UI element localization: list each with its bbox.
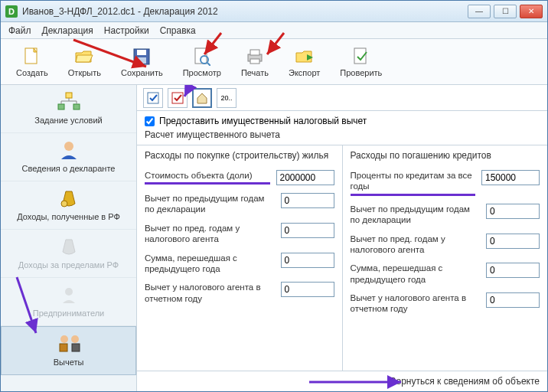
entrepreneur-icon — [57, 284, 81, 305]
export-label: Экспорт — [289, 68, 320, 77]
sidebar-item-declarant[interactable]: Сведения о декларанте — [1, 133, 136, 181]
app-icon: D — [5, 5, 18, 18]
svg-point-23 — [65, 288, 73, 296]
person-icon — [57, 139, 81, 161]
tab-strip: 20.. — [137, 85, 547, 111]
open-button[interactable]: Открыть — [68, 47, 101, 77]
sidebar-income-abroad-label: Доходы за пределами РФ — [18, 260, 119, 270]
right-column: Расходы по погашению кредитов Проценты п… — [342, 145, 548, 371]
check-button[interactable]: Проверить — [340, 47, 382, 77]
window-title: Иванов_3-НДФЛ_2012.dc1 - Декларация 2012 — [22, 6, 218, 17]
export-button[interactable]: Экспорт — [289, 47, 320, 77]
footer: Вернуться к сведениям об объекте — [137, 371, 547, 391]
money-bag-faded-icon — [57, 236, 81, 257]
minimize-button[interactable]: — — [468, 5, 491, 18]
svg-rect-2 — [137, 50, 146, 55]
menubar: Файл Декларация Настройки Справка — [1, 22, 547, 39]
svg-point-26 — [60, 335, 68, 343]
svg-rect-15 — [58, 104, 64, 109]
money-bag-icon — [57, 188, 81, 209]
preview-label: Просмотр — [183, 68, 221, 77]
main-panel: 20.. Предоставить имущественный налоговы… — [137, 85, 547, 391]
agent-report-year-label-l: Вычет у налогового агента в отчетном год… — [145, 282, 275, 304]
tab-20-label: 20.. — [220, 94, 232, 102]
svg-rect-29 — [148, 93, 158, 103]
svg-rect-25 — [72, 344, 80, 351]
prev-years-agent-label-l: Вычет по пред. годам у налогового агента — [145, 223, 275, 245]
svg-rect-30 — [172, 93, 183, 103]
svg-rect-24 — [60, 344, 67, 351]
sidebar-item-deductions[interactable]: Вычеты — [1, 326, 136, 375]
prev-years-decl-input-r[interactable] — [486, 204, 540, 219]
sidebar-entrepreneurs-label: Предприниматели — [33, 309, 104, 318]
tab-property[interactable] — [192, 88, 212, 108]
save-button[interactable]: Сохранить — [121, 47, 163, 77]
print-button[interactable]: Печать — [241, 47, 269, 77]
check-label: Проверить — [340, 68, 382, 77]
create-label: Создать — [16, 68, 48, 77]
check-doc-icon — [351, 47, 371, 67]
svg-rect-14 — [66, 93, 72, 98]
right-header: Расходы по погашению кредитов — [351, 150, 540, 162]
sidebar-deductions-label: Вычеты — [54, 358, 84, 367]
prev-years-agent-label-r: Вычет по пред. годам у налогового агента — [351, 234, 481, 256]
prev-years-decl-label-r: Вычет по предыдущим годам по декларации — [351, 204, 481, 226]
tab-social[interactable] — [168, 88, 188, 108]
tab-standard[interactable] — [143, 88, 163, 108]
new-file-icon — [22, 47, 42, 67]
prev-years-decl-input-l[interactable] — [281, 193, 334, 208]
credit-interest-input[interactable] — [481, 170, 540, 185]
maximize-button[interactable]: ☐ — [494, 5, 517, 18]
menu-file[interactable]: Файл — [8, 25, 31, 36]
carryover-sum-input-r[interactable] — [486, 263, 540, 278]
titlebar: D Иванов_3-НДФЛ_2012.dc1 - Декларация 20… — [1, 1, 547, 22]
tab-losses[interactable]: 20.. — [217, 88, 236, 108]
agent-report-year-input-l[interactable] — [281, 282, 334, 297]
preview-button[interactable]: Просмотр — [183, 47, 221, 77]
carryover-sum-input-l[interactable] — [281, 253, 334, 268]
menu-help[interactable]: Справка — [160, 25, 196, 36]
prev-years-agent-input-r[interactable] — [486, 234, 540, 249]
sidebar-declarant-label: Сведения о декларанте — [22, 164, 116, 173]
credit-interest-label: Проценты по кредитам за все годы — [351, 170, 476, 196]
svg-point-21 — [64, 142, 73, 151]
printer-icon — [245, 47, 265, 67]
toolbar: Создать Открыть Сохранить Просмотр Печат… — [1, 39, 547, 85]
preview-icon — [192, 47, 212, 67]
object-cost-label: Стоимость объекта (доли) — [145, 170, 270, 185]
svg-rect-9 — [250, 59, 259, 64]
return-to-object-link[interactable]: Вернуться к сведениям об объекте — [390, 376, 540, 387]
sidebar-item-entrepreneurs[interactable]: Предприниматели — [1, 278, 136, 326]
prev-years-agent-input-l[interactable] — [281, 223, 334, 238]
svg-rect-8 — [250, 50, 259, 55]
carryover-sum-label-r: Сумма, перешедшая с предыдущего года — [351, 263, 481, 285]
create-button[interactable]: Создать — [16, 47, 48, 77]
prev-years-decl-label-l: Вычет по предыдущим годам по декларации — [145, 193, 275, 215]
carryover-sum-label-l: Сумма, перешедшая с предыдущего года — [145, 253, 275, 275]
provide-deduction-checkbox[interactable] — [145, 116, 155, 126]
sidebar-conditions-label: Задание условий — [34, 116, 102, 125]
sidebar-item-income-rf[interactable]: Доходы, полученные в РФ — [1, 181, 136, 230]
calc-section-label: Расчет имущественного вычета — [137, 128, 547, 145]
sidebar-income-rf-label: Доходы, полученные в РФ — [17, 212, 120, 221]
menu-declaration[interactable]: Декларация — [42, 25, 93, 36]
open-label: Открыть — [68, 68, 101, 77]
deduction-icon — [57, 333, 81, 354]
export-icon — [295, 47, 315, 67]
agent-report-year-input-r[interactable] — [486, 292, 540, 308]
menu-settings[interactable]: Настройки — [104, 25, 149, 36]
sidebar-item-conditions[interactable]: Задание условий — [1, 85, 136, 133]
svg-point-22 — [61, 201, 67, 207]
app-window: D Иванов_3-НДФЛ_2012.dc1 - Декларация 20… — [0, 0, 548, 392]
object-cost-input[interactable] — [276, 170, 334, 185]
agent-report-year-label-r: Вычет у налогового агента в отчетном год… — [351, 292, 481, 315]
svg-point-27 — [71, 335, 79, 343]
sidebar-item-income-abroad[interactable]: Доходы за пределами РФ — [1, 230, 136, 278]
folder-open-icon — [74, 47, 94, 67]
sidebar: Задание условий Сведения о декларанте До… — [1, 85, 137, 391]
provide-deduction-label: Предоставить имущественный налоговый выч… — [159, 116, 367, 126]
close-button[interactable]: ✕ — [520, 5, 543, 18]
left-header: Расходы по покупке (строительству) жилья — [145, 150, 334, 162]
left-column: Расходы по покупке (строительству) жилья… — [137, 145, 342, 371]
floppy-icon — [132, 47, 152, 67]
